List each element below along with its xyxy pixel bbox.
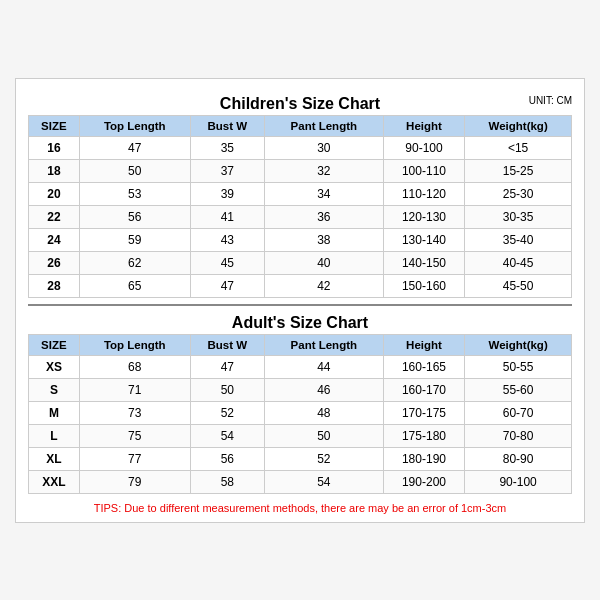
size-cell: 24: [29, 228, 80, 251]
data-cell: 60-70: [465, 401, 572, 424]
data-cell: 50: [264, 424, 383, 447]
table-row: S715046160-17055-60: [29, 378, 572, 401]
data-cell: 45: [190, 251, 264, 274]
data-cell: 55-60: [465, 378, 572, 401]
data-cell: 110-120: [383, 182, 465, 205]
data-cell: 38: [264, 228, 383, 251]
column-header-top-length: Top Length: [79, 115, 190, 136]
table-row: 18503732100-11015-25: [29, 159, 572, 182]
column-header-pant-length: Pant Length: [264, 115, 383, 136]
data-cell: 150-160: [383, 274, 465, 297]
data-cell: 73: [79, 401, 190, 424]
tips-text: TIPS: Due to different measurement metho…: [28, 498, 572, 514]
size-cell: M: [29, 401, 80, 424]
size-cell: XS: [29, 355, 80, 378]
data-cell: 50: [190, 378, 264, 401]
data-cell: 70-80: [465, 424, 572, 447]
data-cell: 46: [264, 378, 383, 401]
data-cell: 35-40: [465, 228, 572, 251]
adult-title-text: Adult's Size Chart: [232, 314, 368, 331]
data-cell: 56: [79, 205, 190, 228]
data-cell: 68: [79, 355, 190, 378]
data-cell: 36: [264, 205, 383, 228]
data-cell: 32: [264, 159, 383, 182]
data-cell: 130-140: [383, 228, 465, 251]
data-cell: <15: [465, 136, 572, 159]
data-cell: 44: [264, 355, 383, 378]
data-cell: 47: [190, 274, 264, 297]
data-cell: 53: [79, 182, 190, 205]
children-table: SIZETop LengthBust WPant LengthHeightWei…: [28, 115, 572, 298]
size-cell: 22: [29, 205, 80, 228]
data-cell: 54: [264, 470, 383, 493]
data-cell: 71: [79, 378, 190, 401]
data-cell: 75: [79, 424, 190, 447]
table-row: 20533934110-12025-30: [29, 182, 572, 205]
adult-title: Adult's Size Chart: [28, 308, 572, 334]
size-cell: XL: [29, 447, 80, 470]
column-header-size: SIZE: [29, 334, 80, 355]
table-row: 22564136120-13030-35: [29, 205, 572, 228]
size-cell: 20: [29, 182, 80, 205]
column-header-height: Height: [383, 334, 465, 355]
data-cell: 80-90: [465, 447, 572, 470]
data-cell: 120-130: [383, 205, 465, 228]
data-cell: 35: [190, 136, 264, 159]
data-cell: 77: [79, 447, 190, 470]
data-cell: 79: [79, 470, 190, 493]
table-row: M735248170-17560-70: [29, 401, 572, 424]
table-row: 1647353090-100<15: [29, 136, 572, 159]
data-cell: 175-180: [383, 424, 465, 447]
chart-container: Children's Size Chart UNIT: CM SIZETop L…: [15, 78, 585, 523]
size-cell: 16: [29, 136, 80, 159]
data-cell: 39: [190, 182, 264, 205]
data-cell: 52: [190, 401, 264, 424]
data-cell: 47: [79, 136, 190, 159]
size-cell: S: [29, 378, 80, 401]
data-cell: 41: [190, 205, 264, 228]
data-cell: 170-175: [383, 401, 465, 424]
table-row: 24594338130-14035-40: [29, 228, 572, 251]
size-cell: 28: [29, 274, 80, 297]
size-cell: 26: [29, 251, 80, 274]
column-header-weightkg: Weight(kg): [465, 334, 572, 355]
column-header-height: Height: [383, 115, 465, 136]
size-cell: XXL: [29, 470, 80, 493]
data-cell: 65: [79, 274, 190, 297]
size-cell: 18: [29, 159, 80, 182]
table-row: 28654742150-16045-50: [29, 274, 572, 297]
column-header-bust-w: Bust W: [190, 334, 264, 355]
column-header-bust-w: Bust W: [190, 115, 264, 136]
column-header-pant-length: Pant Length: [264, 334, 383, 355]
data-cell: 100-110: [383, 159, 465, 182]
data-cell: 45-50: [465, 274, 572, 297]
adult-table: SIZETop LengthBust WPant LengthHeightWei…: [28, 334, 572, 494]
data-cell: 42: [264, 274, 383, 297]
data-cell: 52: [264, 447, 383, 470]
data-cell: 56: [190, 447, 264, 470]
data-cell: 160-170: [383, 378, 465, 401]
data-cell: 58: [190, 470, 264, 493]
data-cell: 48: [264, 401, 383, 424]
data-cell: 15-25: [465, 159, 572, 182]
data-cell: 30-35: [465, 205, 572, 228]
size-cell: L: [29, 424, 80, 447]
data-cell: 160-165: [383, 355, 465, 378]
table-row: XXL795854190-20090-100: [29, 470, 572, 493]
data-cell: 90-100: [383, 136, 465, 159]
data-cell: 62: [79, 251, 190, 274]
data-cell: 50: [79, 159, 190, 182]
data-cell: 34: [264, 182, 383, 205]
table-row: 26624540140-15040-45: [29, 251, 572, 274]
column-header-top-length: Top Length: [79, 334, 190, 355]
data-cell: 43: [190, 228, 264, 251]
data-cell: 47: [190, 355, 264, 378]
column-header-weightkg: Weight(kg): [465, 115, 572, 136]
unit-label: UNIT: CM: [529, 95, 572, 106]
table-row: XS684744160-16550-55: [29, 355, 572, 378]
data-cell: 40: [264, 251, 383, 274]
children-title-text: Children's Size Chart: [220, 95, 380, 112]
data-cell: 40-45: [465, 251, 572, 274]
data-cell: 37: [190, 159, 264, 182]
adult-header-row: SIZETop LengthBust WPant LengthHeightWei…: [29, 334, 572, 355]
